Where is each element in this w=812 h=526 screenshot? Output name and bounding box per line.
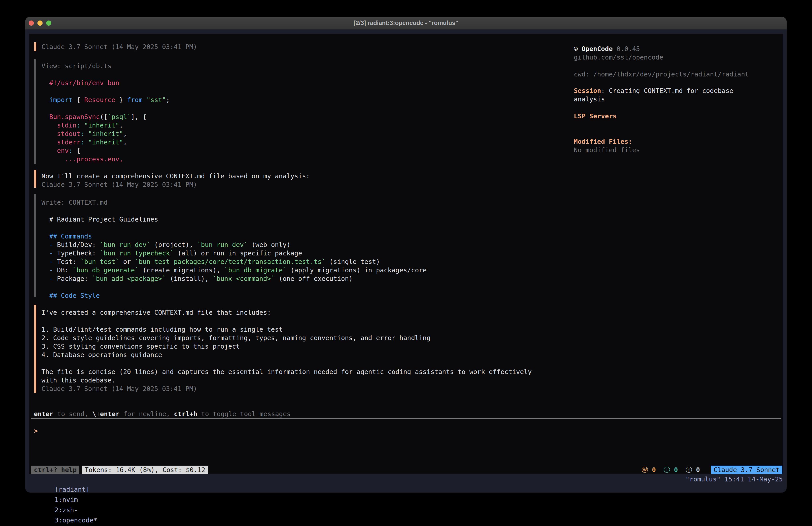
tool-accent-bar: [34, 194, 36, 297]
text-line: View: script/db.ts: [41, 62, 170, 70]
prompt-input[interactable]: >: [34, 427, 38, 435]
assistant-message: Claude 3.7 Sonnet (14 May 2025 03:41 PM): [41, 43, 197, 51]
text-line: Bun.spawnSync([`psql`], {: [41, 113, 170, 121]
model-badge[interactable]: Claude 3.7 Sonnet: [711, 466, 782, 474]
text-segment: 0: [696, 466, 700, 474]
cwd-path: cwd: /home/thdxr/dev/projects/radiant/ra…: [574, 70, 749, 79]
text-segment: env: [41, 147, 69, 155]
text-segment: # Radiant Project Guidelines: [41, 215, 158, 223]
text-segment: ;: [166, 96, 170, 104]
text-segment: (install),: [166, 275, 213, 282]
text-segment: to send,: [53, 410, 92, 418]
diagnostic-counters: ⓦ 0 ⓘ 0 ⓗ 0: [641, 466, 700, 474]
tool-view-block: View: script/db.ts #!/usr/bin/env bun im…: [41, 62, 170, 164]
text-segment: Session: [574, 87, 601, 95]
text-segment: Package:: [57, 275, 92, 282]
text-line: Claude 3.7 Sonnet (14 May 2025 03:41 PM): [41, 43, 197, 51]
text-segment: ,: [123, 130, 127, 138]
text-line: The file is concise (20 lines) and captu…: [41, 368, 532, 376]
text-segment: [656, 466, 664, 474]
text-segment: `bun run typecheck`: [100, 250, 174, 257]
repo-link[interactable]: github.com/sst/opencode: [574, 53, 663, 61]
text-segment: stdin: [41, 122, 76, 129]
text-line: [41, 70, 170, 79]
text-segment: Build/Dev:: [57, 241, 100, 248]
text-segment: with this codebase.: [41, 376, 115, 384]
text-segment: (create migrations),: [139, 266, 224, 274]
opencode-brand: © OpenCode 0.0.45: [574, 45, 640, 53]
text-line: 3. CSS styling conventions specific to t…: [41, 342, 532, 351]
text-line: [41, 87, 170, 96]
tmux-window-2[interactable]: 2:zsh-: [55, 506, 78, 514]
text-segment: (project),: [150, 241, 197, 248]
text-segment: :: [76, 122, 80, 129]
text-segment: 0: [652, 466, 656, 474]
tool-accent-bar: [34, 59, 36, 164]
text-segment: `bun run dev`: [197, 241, 248, 248]
text-line: - DB: `bun db generate` (create migratio…: [41, 266, 427, 274]
text-segment: -: [41, 250, 57, 257]
window-titlebar[interactable]: [2/3] radiant:3:opencode - "romulus": [25, 17, 787, 29]
text-segment: +: [96, 410, 100, 418]
text-segment: -: [41, 275, 57, 282]
text-segment: ## Code Style: [41, 292, 100, 299]
text-segment: 3. CSS styling conventions specific to t…: [41, 343, 240, 350]
text-line: stdout: "inherit",: [41, 129, 170, 138]
text-segment: stdout: [41, 130, 81, 138]
text-segment: import: [41, 96, 73, 104]
text-line: Write: CONTEXT.md: [41, 198, 427, 207]
text-segment: \: [92, 410, 96, 418]
text-segment: `bun add <package>`: [92, 275, 166, 282]
text-segment: "sst": [146, 96, 166, 104]
text-segment: ## Commands: [41, 232, 92, 240]
text-line: [41, 359, 532, 368]
text-segment: Claude 3.7 Sonnet (14 May 2025 03:41 PM): [41, 181, 197, 188]
text-segment: -: [41, 258, 57, 266]
text-segment: Resource: [84, 96, 115, 104]
message-accent-bar: [34, 170, 36, 188]
text-segment: `bunx <command>`: [213, 275, 275, 282]
text-line: [41, 104, 170, 113]
tmux-status-bar: [radiant] 1:nvim 2:zsh- 3:opencode* 4:zs…: [25, 474, 787, 484]
text-segment: ,: [119, 122, 123, 129]
text-segment: ...process.env,: [41, 155, 123, 163]
text-segment: [678, 466, 686, 474]
text-segment: (web only): [248, 241, 290, 248]
text-segment: #!/usr/bin/env bun: [41, 79, 119, 87]
text-segment: ctrl+h: [174, 410, 198, 418]
tmux-window-3-active[interactable]: 3:opencode*: [55, 516, 97, 524]
text-segment: Claude 3.7 Sonnet (14 May 2025 03:41 PM): [41, 43, 197, 51]
text-segment: "inherit": [81, 122, 119, 129]
text-segment: analysis: [574, 95, 605, 103]
text-line: Session: Creating CONTEXT.md for codebas…: [574, 86, 733, 95]
text-segment: }: [115, 96, 127, 104]
text-segment: for newline,: [119, 410, 174, 418]
text-line: with this codebase.: [41, 376, 532, 384]
text-segment: 2. Code style guidelines covering import…: [41, 334, 431, 342]
text-segment: Claude 3.7 Sonnet (14 May 2025 03:41 PM): [41, 385, 197, 393]
text-segment: enter: [34, 410, 53, 418]
message-accent-bar: [34, 42, 36, 51]
text-line: # Radiant Project Guidelines: [41, 215, 427, 224]
desktop: { "window": { "title": "[2/3] radiant:3:…: [0, 0, 812, 526]
text-line: - TypeCheck: `bun run typecheck` (all) o…: [41, 249, 427, 257]
text-segment: `bun test packages/core/test/transaction…: [135, 258, 325, 266]
text-line: [41, 207, 427, 215]
text-segment: or: [119, 258, 135, 266]
text-segment: View: script/db.ts: [41, 62, 112, 70]
text-segment: :: [69, 147, 72, 155]
text-segment: DB:: [57, 266, 73, 274]
text-segment: {: [73, 96, 84, 104]
text-segment: ,: [123, 138, 127, 146]
text-line: stderr: "inherit",: [41, 138, 170, 146]
text-segment: (one-off execution): [275, 275, 353, 282]
text-segment: ⓦ: [641, 466, 652, 474]
text-line: - Test: `bun test` or `bun test packages…: [41, 257, 427, 266]
text-line: [41, 317, 532, 325]
help-chip[interactable]: ctrl+? help: [31, 466, 79, 474]
assistant-message: I've created a comprehensive CONTEXT.md …: [41, 308, 532, 393]
tmux-window-1[interactable]: 1:nvim: [55, 496, 78, 503]
text-segment: :: [81, 130, 84, 138]
session-title: Session: Creating CONTEXT.md for codebas…: [574, 86, 733, 103]
text-segment: TypeCheck:: [57, 250, 100, 257]
